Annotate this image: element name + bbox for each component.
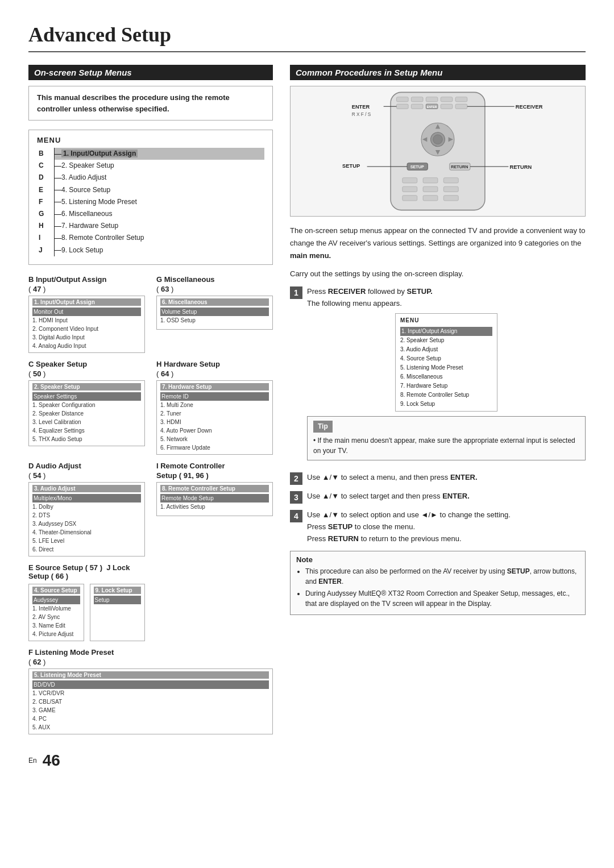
svg-rect-6	[396, 104, 408, 109]
svg-text:ENTER: ENTER	[352, 104, 370, 110]
step-3: 3 Use ▲/▼ to select target and then pres…	[290, 491, 586, 504]
receiver-svg: ENTER SETUP	[291, 86, 585, 216]
svg-rect-7	[411, 104, 423, 109]
en-label: En	[28, 757, 37, 765]
step-1: 1 Press RECEIVER followed by SETUP. The …	[290, 286, 586, 466]
page-number: 46	[43, 751, 60, 770]
svg-text:RETURN: RETURN	[509, 164, 532, 170]
page-title: Advanced Setup	[28, 23, 586, 47]
section-H: H Hardware Setup ( 64 ) 7. Hardware Setu…	[156, 360, 273, 455]
menu-item-6: G 6. Miscellaneous	[55, 208, 264, 220]
right-section-header: Common Procedures in Setup Menu	[290, 65, 586, 80]
section-C: C Speaker Setup ( 50 ) 2. Speaker Setup …	[28, 360, 145, 455]
menu-item-8: I 8. Remote Controller Setup	[55, 232, 264, 244]
menu-diagram-title: MENU	[37, 136, 264, 144]
svg-text:SETUP: SETUP	[342, 163, 360, 169]
menu-item-9: J 9. Lock Setup	[55, 244, 264, 256]
svg-rect-10	[441, 104, 453, 109]
svg-rect-24	[423, 178, 438, 183]
intro-box: This manual describes the procedure usin…	[28, 86, 273, 121]
section-G: G Miscellaneous ( 63 ) 6. Miscellaneous …	[156, 275, 273, 353]
svg-rect-31	[443, 196, 458, 201]
svg-rect-5	[455, 97, 467, 102]
svg-rect-30	[423, 196, 438, 201]
section-F: F Listening Mode Preset ( 62 ) 5. Listen…	[28, 648, 273, 734]
menu-item-1: B 1. Input/Output Assign	[55, 148, 264, 160]
svg-rect-29	[403, 196, 417, 201]
svg-rect-3	[426, 97, 438, 102]
menu-item-4: E 4. Source Setup	[55, 184, 264, 196]
menu-item-2: C 2. Speaker Setup	[55, 160, 264, 172]
carry-out-text: Carry out the settings by using the on-s…	[290, 268, 586, 280]
svg-point-18	[433, 135, 443, 144]
step-3-number: 3	[290, 491, 302, 504]
step-3-content: Use ▲/▼ to select target and then press …	[307, 491, 586, 502]
left-section-header: On-screen Setup Menus	[28, 65, 273, 80]
svg-rect-23	[403, 178, 417, 183]
step-2-number: 2	[290, 472, 302, 485]
menu-diagram: MENU B 1. Input/Output Assign C 2. Speak…	[28, 130, 273, 265]
svg-rect-25	[443, 178, 458, 183]
menu-item-7: H 7. Hardware Setup	[55, 220, 264, 232]
intro-text: This manual describes the procedure usin…	[37, 92, 264, 114]
title-divider	[28, 51, 586, 52]
svg-text:RECEIVER: RECEIVER	[516, 104, 543, 110]
right-column: Common Procedures in Setup Menu ENTER	[290, 65, 586, 734]
step1-mini-menu-title: MENU	[400, 316, 492, 325]
page-footer: En 46	[28, 751, 586, 770]
step-2-content: Use ▲/▼ to select a menu, and then press…	[307, 472, 586, 484]
step-4-content: Use ▲/▼ to select option and use ◄/► to …	[307, 509, 586, 545]
svg-text:SETUP: SETUP	[410, 164, 424, 169]
menu-list: B 1. Input/Output Assign C 2. Speaker Se…	[54, 148, 264, 256]
note-box: Note This procedure can also be performe…	[290, 551, 586, 615]
tip-text: • If the main menu doesn't appear, make …	[313, 435, 579, 456]
section-D: D Audio Adjust ( 54 ) 3. Audio Adjust Mu…	[28, 462, 145, 556]
svg-rect-27	[423, 186, 438, 192]
menu-sections-grid: B Input/Output Assign ( 47 ) 1. Input/Ou…	[28, 275, 273, 734]
receiver-diagram: ENTER SETUP	[290, 86, 586, 217]
note-list: This procedure can also be performed on …	[296, 566, 579, 609]
section-I: I Remote Controller Setup ( 91, 96 ) 8. …	[156, 462, 273, 556]
intro-paragraph: The on-screen setup menus appear on the …	[290, 225, 586, 262]
svg-text:ENTER: ENTER	[427, 105, 437, 109]
tip-title: Tip	[313, 421, 333, 433]
svg-rect-2	[411, 97, 423, 102]
menu-item-5: F 5. Listening Mode Preset	[55, 196, 264, 208]
svg-text:R X F / S: R X F / S	[352, 111, 371, 117]
svg-rect-1	[396, 97, 408, 102]
step-4: 4 Use ▲/▼ to select option and use ◄/► t…	[290, 509, 586, 545]
section-B: B Input/Output Assign ( 47 ) 1. Input/Ou…	[28, 275, 145, 353]
step-2: 2 Use ▲/▼ to select a menu, and then pre…	[290, 472, 586, 485]
step-1-content: Press RECEIVER followed by SETUP. The fo…	[307, 286, 586, 466]
note-item-1: This procedure can also be performed on …	[305, 566, 579, 587]
section-E: E Source Setup ( 57 ) J Lock Setup ( 66 …	[28, 563, 145, 641]
svg-rect-28	[443, 186, 458, 192]
svg-rect-4	[441, 97, 453, 102]
note-item-2: During Audyssey MultEQ® XT32 Room Correc…	[305, 588, 579, 609]
step-1-number: 1	[290, 286, 302, 299]
step-4-number: 4	[290, 510, 302, 522]
tip-box: Tip • If the main menu doesn't appear, m…	[307, 416, 586, 460]
main-content: On-screen Setup Menus This manual descri…	[28, 65, 586, 734]
svg-rect-26	[403, 186, 417, 192]
svg-text:RETURN: RETURN	[451, 164, 468, 169]
left-column: On-screen Setup Menus This manual descri…	[28, 65, 273, 734]
step1-mini-menu: MENU 1. Input/Output Assign 2. Speaker S…	[395, 313, 497, 412]
note-title: Note	[296, 555, 579, 564]
menu-item-3: D 3. Audio Adjust	[55, 172, 264, 184]
svg-rect-11	[455, 104, 467, 109]
